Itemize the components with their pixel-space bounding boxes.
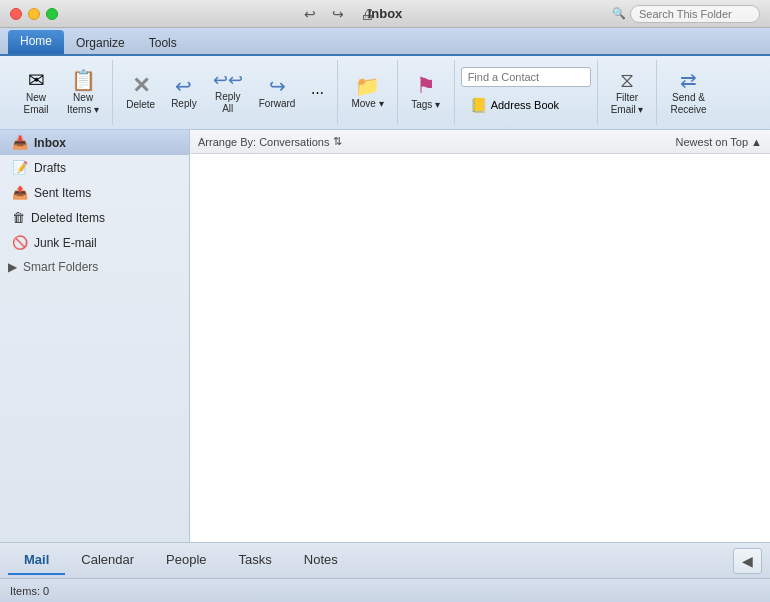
junk-icon: 🚫	[12, 235, 28, 250]
bottom-nav: Mail Calendar People Tasks Notes ◀	[0, 542, 770, 578]
forward-button[interactable]: ↪	[328, 4, 348, 24]
nav-calendar[interactable]: Calendar	[65, 546, 150, 575]
find-contact-input[interactable]	[461, 67, 591, 87]
ribbon-group-actions: ✕ Delete ↩ Reply ↩↩ ReplyAll ↪ Forward ⋯	[113, 60, 338, 125]
delete-button[interactable]: ✕ Delete	[119, 63, 162, 123]
minimize-button[interactable]	[28, 8, 40, 20]
sent-label: Sent Items	[34, 186, 91, 200]
sidebar-item-inbox[interactable]: 📥 Inbox	[0, 130, 189, 155]
new-email-icon: ✉	[28, 70, 45, 90]
ribbon-group-tags: ⚑ Tags ▾	[398, 60, 455, 125]
reply-label: Reply	[171, 98, 197, 110]
send-receive-button[interactable]: ⇄ Send &Receive	[663, 63, 713, 123]
sort-order-control[interactable]: Newest on Top ▲	[676, 136, 762, 148]
arrange-by-arrow: ⇅	[333, 135, 342, 148]
folder-search-input[interactable]	[630, 5, 760, 23]
new-email-label: NewEmail	[23, 92, 48, 116]
ribbon-group-find: 📒 Address Book	[455, 60, 598, 125]
more-actions-button[interactable]: ⋯	[304, 83, 331, 103]
inbox-icon: 📥	[12, 135, 28, 150]
content-toolbar: Arrange By: Conversations ⇅ Newest on To…	[190, 130, 770, 154]
sidebar-item-junk-email[interactable]: 🚫 Junk E-mail	[0, 230, 189, 255]
reply-all-button[interactable]: ↩↩ ReplyAll	[206, 63, 250, 123]
ribbon-group-send-receive: ⇄ Send &Receive	[657, 60, 719, 125]
content-area: Arrange By: Conversations ⇅ Newest on To…	[190, 130, 770, 542]
sidebar-group-smart-folders[interactable]: ▶ Smart Folders	[0, 255, 189, 279]
filter-email-button[interactable]: ⧖ FilterEmail ▾	[604, 63, 651, 123]
ribbon-group-new: ✉ NewEmail 📋 NewItems ▾	[8, 60, 113, 125]
back-button[interactable]: ↩	[300, 4, 320, 24]
ribbon-group-move: 📁 Move ▾	[338, 60, 397, 125]
forward-button[interactable]: ↪ Forward	[252, 63, 303, 123]
drafts-label: Drafts	[34, 161, 66, 175]
new-items-label: NewItems ▾	[67, 92, 99, 116]
nav-notes[interactable]: Notes	[288, 546, 354, 575]
reply-all-icon: ↩↩	[213, 71, 243, 89]
filter-icon: ⧖	[620, 70, 634, 90]
deleted-label: Deleted Items	[31, 211, 105, 225]
address-book-icon: 📒	[470, 97, 487, 113]
arrange-by-control[interactable]: Arrange By: Conversations ⇅	[198, 135, 342, 148]
status-bar: Items: 0	[0, 578, 770, 602]
sidebar-item-drafts[interactable]: 📝 Drafts	[0, 155, 189, 180]
sidebar: 📥 Inbox 📝 Drafts 📤 Sent Items 🗑 Deleted …	[0, 130, 190, 542]
send-receive-icon: ⇄	[680, 70, 697, 90]
move-button[interactable]: 📁 Move ▾	[344, 63, 390, 123]
forward-icon: ↪	[269, 76, 286, 96]
drafts-icon: 📝	[12, 160, 28, 175]
new-items-button[interactable]: 📋 NewItems ▾	[60, 63, 106, 123]
search-icon: 🔍	[612, 7, 626, 20]
maximize-button[interactable]	[46, 8, 58, 20]
nav-mail[interactable]: Mail	[8, 546, 65, 575]
forward-label: Forward	[259, 98, 296, 110]
address-book-button[interactable]: 📒 Address Book	[461, 91, 568, 119]
address-book-label: Address Book	[491, 99, 559, 111]
inbox-label: Inbox	[34, 136, 66, 150]
nav-collapse-button[interactable]: ◀	[733, 548, 762, 574]
delete-icon: ✕	[132, 75, 150, 97]
title-search: 🔍	[612, 5, 760, 23]
nav-tasks[interactable]: Tasks	[223, 546, 288, 575]
sent-icon: 📤	[12, 185, 28, 200]
sidebar-item-sent-items[interactable]: 📤 Sent Items	[0, 180, 189, 205]
sidebar-item-deleted-items[interactable]: 🗑 Deleted Items	[0, 205, 189, 230]
send-receive-label: Send &Receive	[670, 92, 706, 116]
tab-tools[interactable]: Tools	[137, 32, 189, 54]
sort-order-label: Newest on Top	[676, 136, 749, 148]
close-button[interactable]	[10, 8, 22, 20]
window-title: Inbox	[368, 6, 403, 21]
traffic-lights	[10, 8, 58, 20]
move-label: Move ▾	[351, 98, 383, 110]
status-text: Items: 0	[10, 585, 49, 597]
more-actions: ⋯	[304, 83, 331, 103]
reply-icon: ↩	[175, 76, 192, 96]
arrange-by-label: Arrange By: Conversations	[198, 136, 329, 148]
deleted-icon: 🗑	[12, 210, 25, 225]
smart-folders-label: Smart Folders	[23, 260, 98, 274]
sort-arrow-icon: ▲	[751, 136, 762, 148]
delete-label: Delete	[126, 99, 155, 111]
title-bar: ↩ ↪ 🖨 Inbox 🔍	[0, 0, 770, 28]
tab-home[interactable]: Home	[8, 30, 64, 54]
filter-label: FilterEmail ▾	[611, 92, 644, 116]
ribbon-group-filter: ⧖ FilterEmail ▾	[598, 60, 658, 125]
move-icon: 📁	[355, 76, 380, 96]
tab-organize[interactable]: Organize	[64, 32, 137, 54]
junk-label: Junk E-mail	[34, 236, 97, 250]
chevron-right-icon: ▶	[8, 260, 17, 274]
ribbon-toolbar: ✉ NewEmail 📋 NewItems ▾ ✕ Delete ↩ Reply…	[0, 56, 770, 130]
more-icon: ⋯	[311, 85, 324, 100]
ribbon-tab-bar: Home Organize Tools	[0, 28, 770, 56]
reply-button[interactable]: ↩ Reply	[164, 63, 204, 123]
reply-all-label: ReplyAll	[215, 91, 241, 115]
tags-icon: ⚑	[416, 75, 436, 97]
new-email-button[interactable]: ✉ NewEmail	[14, 63, 58, 123]
email-list	[190, 154, 770, 542]
main-layout: 📥 Inbox 📝 Drafts 📤 Sent Items 🗑 Deleted …	[0, 130, 770, 542]
new-items-icon: 📋	[71, 70, 96, 90]
nav-people[interactable]: People	[150, 546, 222, 575]
tags-label: Tags ▾	[411, 99, 440, 111]
tags-button[interactable]: ⚑ Tags ▾	[404, 63, 448, 123]
